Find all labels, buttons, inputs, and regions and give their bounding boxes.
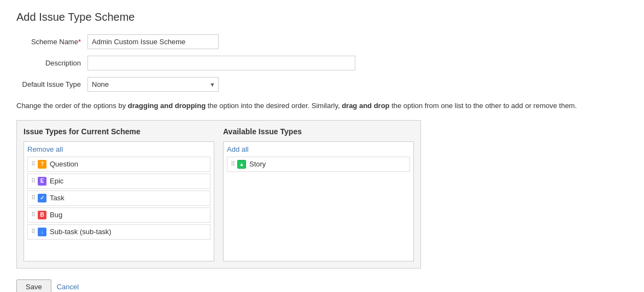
item-label: Sub-task (sub-task) — [50, 228, 112, 236]
description-label: Description — [16, 59, 87, 67]
subtask-icon: ↓ — [38, 228, 46, 236]
available-types-list-box: Add all ⠿ ▲ Story — [223, 141, 414, 261]
list-item[interactable]: ⠿ B Bug — [27, 207, 210, 223]
cancel-button[interactable]: Cancel — [57, 283, 79, 291]
remove-all-link[interactable]: Remove all — [27, 145, 210, 153]
default-issue-type-select[interactable]: None Question Epic Task Bug Sub-task (su… — [87, 77, 219, 92]
instruction-text: Change the order of the options by dragg… — [16, 100, 628, 111]
available-types-panel: Available Issue Types Add all ⠿ ▲ Story — [223, 127, 414, 261]
drag-handle-icon: ⠿ — [231, 160, 235, 168]
epic-icon: E — [38, 177, 46, 186]
story-icon: ▲ — [237, 160, 246, 169]
form-section: Scheme Name* Description Default Issue T… — [16, 34, 628, 92]
current-scheme-panel: Issue Types for Current Scheme Remove al… — [24, 127, 214, 261]
drag-handle-icon: ⠿ — [31, 177, 36, 184]
drag-handle-icon: ⠿ — [31, 211, 36, 218]
add-all-link[interactable]: Add all — [227, 145, 410, 153]
drag-handle-icon: ⠿ — [31, 160, 36, 168]
bug-icon: B — [38, 211, 46, 219]
list-item[interactable]: ⠿ ? Question — [27, 157, 210, 172]
list-item[interactable]: ⠿ ▲ Story — [227, 157, 410, 172]
drag-handle-icon: ⠿ — [31, 228, 36, 235]
current-scheme-title: Issue Types for Current Scheme — [24, 127, 214, 136]
description-row: Description — [16, 56, 628, 70]
buttons-row: Save Cancel — [16, 279, 628, 293]
default-issue-type-wrapper: None Question Epic Task Bug Sub-task (su… — [87, 77, 219, 92]
list-item[interactable]: ⠿ E Epic — [27, 174, 210, 189]
task-icon: ✓ — [38, 194, 46, 202]
description-input[interactable] — [87, 56, 355, 70]
available-types-title: Available Issue Types — [223, 127, 414, 136]
scheme-name-input[interactable] — [87, 34, 219, 49]
default-issue-type-row: Default Issue Type None Question Epic Ta… — [16, 77, 628, 92]
item-label: Epic — [50, 177, 63, 185]
item-label: Bug — [50, 211, 62, 219]
save-button[interactable]: Save — [16, 279, 51, 293]
drag-handle-icon: ⠿ — [31, 194, 36, 201]
list-item[interactable]: ⠿ ✓ Task — [27, 190, 210, 206]
lists-container: Issue Types for Current Scheme Remove al… — [16, 120, 421, 269]
item-label: Task — [50, 194, 65, 202]
page-title: Add Issue Type Scheme — [16, 11, 628, 23]
scheme-name-row: Scheme Name* — [16, 34, 628, 49]
current-scheme-list-box: Remove all ⠿ ? Question ⠿ E Epic ⠿ ✓ Tas… — [24, 141, 214, 261]
item-label: Story — [249, 160, 266, 168]
default-issue-type-label: Default Issue Type — [16, 80, 87, 88]
question-icon: ? — [38, 160, 46, 169]
item-label: Question — [50, 160, 78, 168]
list-item[interactable]: ⠿ ↓ Sub-task (sub-task) — [27, 224, 210, 240]
scheme-name-label: Scheme Name* — [16, 38, 87, 46]
